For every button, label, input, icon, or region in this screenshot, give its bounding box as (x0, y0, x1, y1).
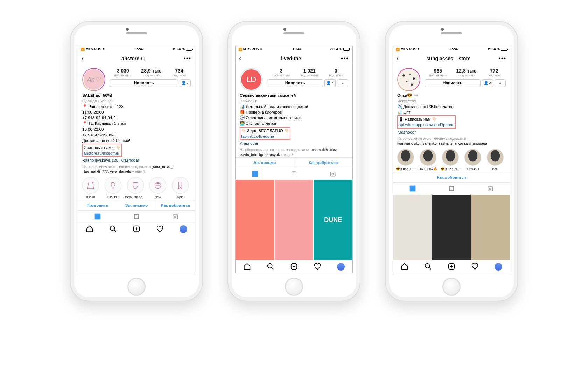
screen: MTS RUS ᯤ15:47⟳64 % ‹livedune••• LD 3пуб… (235, 46, 353, 273)
contact-row: Как добраться (393, 172, 510, 182)
phone-frame: MTS RUS ᯤ15:47⟳64 % ‹sunglasses__store••… (385, 21, 518, 301)
story-highlights: Юбки Отзывы Верхняя од… New Брю (78, 174, 195, 200)
stat-followers[interactable]: 28,9 тыс.подписчики (141, 68, 163, 77)
stat-following[interactable]: 772подписки (488, 68, 501, 77)
tab-tagged[interactable] (471, 183, 510, 195)
follow-toggle-button[interactable]: 👤✓ (324, 79, 336, 87)
svg-rect-7 (252, 171, 258, 176)
follow-toggle-button[interactable]: 👤✓ (482, 79, 493, 87)
back-button[interactable]: ‹ (397, 55, 399, 62)
more-button[interactable]: ••• (183, 55, 191, 62)
nav-add[interactable] (290, 263, 298, 271)
bio-link[interactable]: api.whatsapp.com/send?phone (399, 123, 454, 127)
contact-directions[interactable]: Как добраться (294, 158, 353, 168)
highlight-item[interactable]: New (147, 177, 168, 199)
highlight-item[interactable]: Юбки (80, 177, 101, 199)
highlight-item[interactable]: Брю (170, 177, 191, 199)
location[interactable]: Krasnodar (240, 141, 348, 146)
highlight-item[interactable]: Важ (485, 149, 506, 171)
avatar[interactable] (397, 68, 420, 91)
tab-feed[interactable] (274, 168, 313, 180)
bio-link[interactable]: taplink.cc/livedune (241, 134, 274, 138)
nav-profile[interactable] (495, 263, 502, 271)
contact-directions[interactable]: Как добраться (393, 172, 510, 182)
svg-point-11 (268, 264, 272, 268)
screen: MTS RUS ᯤ15:47⟳64 % ‹sunglasses__store••… (393, 46, 510, 273)
feed-tabs (78, 210, 195, 223)
contact-email[interactable]: Эл. письмо (236, 158, 294, 168)
battery-pct: 64 % (177, 47, 185, 51)
tab-tagged[interactable] (156, 211, 195, 223)
more-button[interactable]: ••• (341, 55, 349, 62)
stat-following[interactable]: 0подписки (329, 68, 343, 77)
suggest-button[interactable]: ⌵ (337, 79, 348, 87)
stat-posts[interactable]: 965публикации (429, 68, 447, 77)
follow-toggle-button[interactable]: 👤✓ (180, 79, 191, 87)
home-button[interactable] (442, 278, 461, 296)
bio-link[interactable]: anstore.ru/mssgme/ (84, 151, 119, 155)
svg-point-5 (110, 226, 115, 231)
back-button[interactable]: ‹ (82, 55, 84, 62)
nav-search[interactable] (424, 263, 432, 271)
nav-search[interactable] (109, 225, 117, 233)
contact-row: Позвонить Эл. письмо Как добраться (78, 200, 195, 210)
location[interactable]: Rashpilevskaya 128, Krasnodar (82, 157, 191, 163)
avatar[interactable]: An♡ (82, 68, 105, 91)
stat-followers[interactable]: 1 021подписчики (301, 68, 318, 77)
nav-profile[interactable] (180, 225, 187, 233)
stat-posts[interactable]: 3публикации (273, 68, 290, 77)
highlight-item[interactable]: Отзывы (462, 149, 483, 171)
nav-home[interactable] (86, 225, 93, 233)
back-button[interactable]: ‹ (239, 55, 241, 62)
highlight-item[interactable]: 😎В налич… (395, 149, 416, 171)
highlight-item[interactable]: Верхняя од… (125, 177, 146, 199)
highlight-item[interactable]: Отзывы (103, 177, 124, 199)
post-thumbnail[interactable] (275, 180, 314, 260)
highlight-item[interactable]: 😎В налич… (440, 149, 461, 171)
post-grid: DUNE (236, 180, 352, 260)
post-thumbnail[interactable] (471, 195, 510, 260)
post-thumbnail[interactable] (432, 195, 471, 260)
suggest-button[interactable]: ⌵ (495, 79, 506, 87)
nav-search[interactable] (267, 263, 274, 271)
post-thumbnail[interactable] (393, 195, 432, 260)
post-thumbnail[interactable]: DUNE (314, 180, 352, 260)
svg-rect-9 (331, 172, 335, 176)
tab-feed[interactable] (432, 183, 471, 195)
message-button[interactable]: Написать (267, 79, 323, 87)
tab-tagged[interactable] (314, 168, 352, 180)
contact-email[interactable]: Эл. письмо (117, 200, 156, 210)
post-thumbnail[interactable] (236, 180, 274, 260)
location[interactable]: Krasnodar (397, 129, 506, 135)
nav-home[interactable] (401, 263, 408, 271)
stat-following[interactable]: 734подписки (173, 68, 186, 77)
highlight-item[interactable]: По 1000₽🔥 (418, 149, 439, 171)
username-title: sunglasses__store (427, 56, 471, 61)
nav-activity[interactable] (471, 263, 479, 271)
nav-add[interactable] (133, 225, 140, 233)
screen: MTS RUS ᯤ 15:47 ⟳64 % ‹ anstore.ru ••• A… (78, 46, 195, 273)
tab-feed[interactable] (117, 211, 156, 223)
contact-directions[interactable]: Как добраться (156, 200, 195, 210)
message-button[interactable]: Написать (425, 79, 481, 87)
stat-posts[interactable]: 3 030публикации (114, 68, 132, 77)
tab-grid[interactable] (393, 183, 432, 195)
more-button[interactable]: ••• (498, 55, 506, 62)
contact-call[interactable]: Позвонить (78, 200, 117, 210)
home-button[interactable] (285, 278, 303, 296)
avatar[interactable]: LD (240, 68, 263, 91)
nav-profile[interactable] (337, 263, 345, 271)
nav-add[interactable] (448, 263, 455, 271)
tab-grid[interactable] (236, 168, 274, 180)
stat-followers[interactable]: 12,8 тыс.подписчики (456, 68, 478, 77)
svg-point-17 (425, 264, 430, 268)
message-button[interactable]: Написать (110, 79, 178, 87)
nav-home[interactable] (243, 263, 251, 271)
status-time: 15:47 (135, 47, 144, 51)
tab-grid[interactable] (78, 211, 117, 223)
story-highlights: 😎В налич… По 1000₽🔥 😎В налич… Отзывы Важ (393, 146, 510, 172)
home-button[interactable] (127, 278, 146, 296)
nav-activity[interactable] (156, 225, 164, 233)
nav-activity[interactable] (314, 263, 321, 271)
phone-frame: MTS RUS ᯤ15:47⟳64 % ‹livedune••• LD 3пуб… (227, 21, 360, 301)
